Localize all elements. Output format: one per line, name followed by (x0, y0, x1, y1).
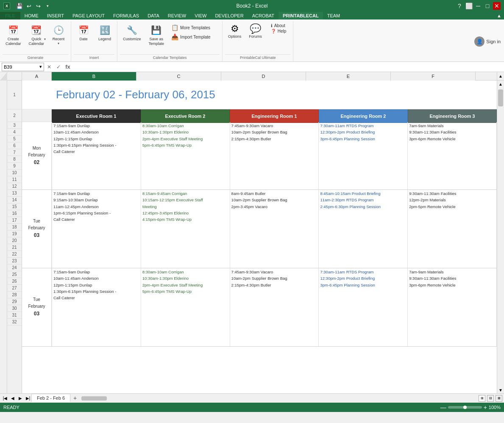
col-f-header[interactable]: F (391, 72, 476, 81)
team-tab[interactable]: TEAM (323, 12, 345, 19)
insert-tab[interactable]: INSERT (43, 12, 68, 19)
printablecal-tab[interactable]: PRINTABLECAL (278, 12, 323, 19)
recent-dropdown[interactable]: ▾ (58, 42, 59, 45)
day-1-room-4[interactable]: 7:30am-11am RTDS Program 12:30pm-2pm Pro… (319, 122, 408, 189)
minimize-btn[interactable]: ─ (474, 2, 482, 10)
review-tab[interactable]: REVIEW (164, 12, 190, 19)
prev-sheet-btn[interactable]: ◀ (9, 395, 16, 402)
row-23[interactable]: 23 (7, 258, 22, 264)
ribbon-collapse-btn[interactable]: ▲ (494, 12, 504, 19)
create-calendar-btn[interactable]: 📅 CreateCalendar (3, 22, 24, 47)
row-16[interactable]: 16 (7, 210, 22, 217)
row-28[interactable]: 28 (7, 292, 22, 298)
scroll-down-arrow[interactable]: ▼ (497, 387, 504, 393)
day-3-room-2[interactable]: 8:30am-10am Corrigan 10:30am-1:30pm Elde… (141, 268, 230, 346)
row-5[interactable]: 5 (7, 136, 22, 142)
scroll-up-btn[interactable]: ▲ (497, 72, 504, 80)
next-sheet-btn[interactable]: ▶ (17, 395, 24, 402)
row-15[interactable]: 15 (7, 203, 22, 210)
day-3-room-3[interactable]: 7:45am-9:30am Vacaro 10am-2pm Supplier B… (230, 268, 319, 346)
h-scroll-thumb[interactable] (81, 396, 107, 401)
row-4[interactable]: 4 (7, 129, 22, 136)
col-d-header[interactable]: D (221, 72, 306, 81)
last-sheet-btn[interactable]: ▶| (25, 395, 31, 402)
help-btn[interactable]: ? (456, 2, 463, 10)
first-sheet-btn[interactable]: |◀ (2, 395, 8, 402)
home-tab[interactable]: HOME (20, 12, 43, 19)
row-13[interactable]: 13 (7, 190, 22, 197)
row-22[interactable]: 22 (7, 251, 22, 258)
day-2-room-1[interactable]: 7:15am-9am Dunlap 9:15am-10:30am Dunlap … (52, 190, 141, 268)
developer-tab[interactable]: DEVELOPER (211, 12, 248, 19)
ribbon-toggle-btn[interactable]: ⬜ (465, 2, 473, 10)
row-32[interactable]: 32 (7, 319, 22, 326)
help-ribbon-btn[interactable]: ❓ Help (270, 28, 287, 34)
options-btn[interactable]: ⚙ Options (225, 22, 244, 40)
day-1-room-2[interactable]: 8:30am-10am Corrigan 10:30am-1:30pm Elde… (141, 122, 230, 189)
forums-btn[interactable]: 💬 Forums (246, 22, 265, 40)
row-1[interactable]: 1 (7, 81, 22, 109)
row-27[interactable]: 27 (7, 285, 22, 292)
customize-btn[interactable]: 🔧 Customize (120, 22, 144, 43)
row-6[interactable]: 6 (7, 142, 22, 149)
row-31[interactable]: 31 (7, 312, 22, 319)
row-9[interactable]: 9 (7, 163, 22, 170)
sheet-tab-feb2-feb6[interactable]: Feb 2 - Feb 6 (31, 394, 70, 402)
date-btn[interactable]: 📅 Date (74, 22, 93, 43)
signin-btn[interactable]: Sign in (486, 39, 501, 44)
zoom-level[interactable]: 100% (489, 405, 501, 410)
save-qa-btn[interactable]: 💾 (15, 2, 24, 10)
add-sheet-btn[interactable]: + (70, 394, 80, 402)
undo-qa-btn[interactable]: ↩ (25, 2, 33, 10)
row-18[interactable]: 18 (7, 224, 22, 231)
view-tab[interactable]: VIEW (190, 12, 211, 19)
row-17[interactable]: 17 (7, 217, 22, 224)
zoom-in-btn[interactable]: + (484, 404, 487, 411)
scroll-up-arrow[interactable]: ▲ (497, 81, 504, 87)
row-29[interactable]: 29 (7, 298, 22, 305)
row-12[interactable]: 12 (7, 183, 22, 190)
day-2-room-5[interactable]: 9:30am-11:30am Facilities 12pm-2pm Mater… (408, 190, 497, 268)
acrobat-tab[interactable]: ACROBAT (248, 12, 278, 19)
day-2-room-3[interactable]: 8am-9:45am Butler 10am-2pm Supplier Brow… (230, 190, 319, 268)
row-3[interactable]: 3 (7, 122, 22, 129)
row-10[interactable]: 10 (7, 170, 22, 176)
row-2[interactable]: 2 (7, 109, 22, 122)
row-7[interactable]: 7 (7, 149, 22, 156)
v-scrollbar[interactable]: ▲ ▼ (497, 81, 504, 393)
file-tab[interactable]: FILE (0, 12, 20, 19)
row-11[interactable]: 11 (7, 176, 22, 183)
quick-calendar-btn[interactable]: 📆 QuickCalendar ▾ (26, 22, 47, 47)
day-3-room-1[interactable]: 7:15am-9am Dunlap 10am-11:45am Anderson … (52, 268, 141, 346)
import-template-btn[interactable]: 📥 Import Template (169, 32, 220, 42)
row-20[interactable]: 20 (7, 237, 22, 244)
col-e-header[interactable]: E (306, 72, 391, 81)
h-scrollbar[interactable] (80, 394, 479, 403)
legend-btn[interactable]: 🔣 Legend (95, 22, 114, 43)
col-a-header[interactable]: A (22, 72, 52, 81)
day-1-room-3[interactable]: 7:45am-9:30am Vacaro 10am-2pm Supplier B… (230, 122, 319, 189)
confirm-formula-btn[interactable]: ✓ (54, 63, 63, 71)
normal-view-btn[interactable]: ⊞ (479, 395, 485, 402)
day-3-room-5[interactable]: 7am-9am Materials 9:30am-11:30am Facilit… (408, 268, 497, 346)
day-2-room-4[interactable]: 8:45am-10:15am Product Briefing 11am-2:3… (319, 190, 408, 268)
page-layout-tab[interactable]: PAGE LAYOUT (68, 12, 109, 19)
row-26[interactable]: 26 (7, 278, 22, 285)
row-24[interactable]: 24 (7, 264, 22, 271)
row-25[interactable]: 25 (7, 271, 22, 278)
name-box-dropdown[interactable]: ▾ (39, 64, 42, 70)
recent-btn[interactable]: 🕒 Recent ▾ (49, 22, 68, 47)
name-box[interactable]: B39 ▾ (2, 63, 44, 71)
close-btn[interactable]: ✕ (493, 2, 501, 10)
col-b-header[interactable]: B (52, 72, 136, 81)
zoom-out-btn[interactable]: — (440, 404, 446, 411)
quick-calendar-dropdown[interactable]: ▾ (44, 37, 46, 41)
scroll-thumb[interactable] (498, 89, 503, 106)
data-tab[interactable]: DATA (143, 12, 164, 19)
row-19[interactable]: 19 (7, 231, 22, 237)
page-layout-view-btn[interactable]: ⊟ (487, 395, 494, 402)
day-1-room-5[interactable]: 7am-9am Materials 9:30am-11:30am Facilit… (408, 122, 497, 189)
row-14[interactable]: 14 (7, 197, 22, 203)
insert-function-btn[interactable]: fx (64, 63, 72, 71)
day-3-room-4[interactable]: 7:30am-11am RTDS Program 12:30pm-2pm Pro… (319, 268, 408, 346)
